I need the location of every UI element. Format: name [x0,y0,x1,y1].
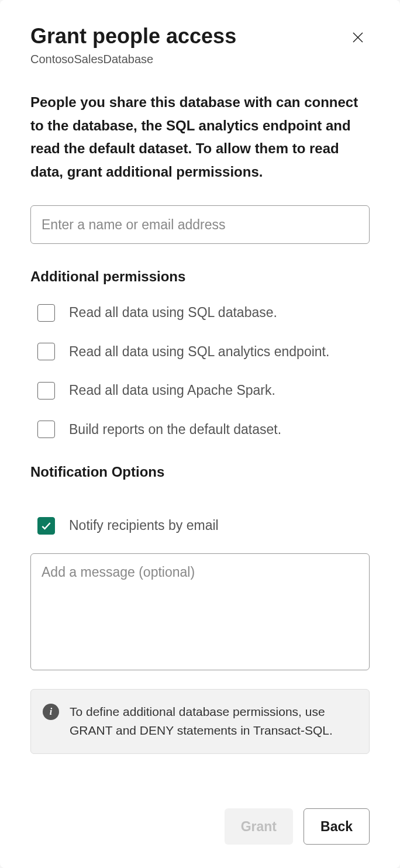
notify-row: Notify recipients by email [30,515,370,536]
close-icon [351,30,365,44]
permission-label: Read all data using SQL analytics endpoi… [69,342,329,362]
permission-checkbox-spark[interactable] [37,382,55,399]
permissions-heading: Additional permissions [30,268,370,285]
notify-label: Notify recipients by email [69,515,219,536]
dialog-description: People you share this database with can … [30,91,370,183]
dialog-header: Grant people access [30,23,370,49]
permission-row: Read all data using Apache Spark. [30,380,370,401]
dialog-title: Grant people access [30,23,236,49]
permission-checkbox-sql-analytics[interactable] [37,343,55,360]
grant-button[interactable]: Grant [225,808,293,845]
notification-heading: Notification Options [30,464,370,480]
grant-access-dialog: Grant people access ContosoSalesDatabase… [0,0,400,868]
dialog-footer: Grant Back [30,808,370,845]
info-banner: i To define additional database permissi… [30,689,370,754]
info-text: To define additional database permission… [70,702,357,740]
info-icon: i [43,704,59,720]
message-textarea[interactable] [30,553,370,670]
permission-row: Build reports on the default dataset. [30,419,370,440]
dialog-subtitle: ContosoSalesDatabase [30,53,370,66]
permission-label: Read all data using SQL database. [69,302,277,323]
back-button[interactable]: Back [304,808,370,845]
permission-row: Read all data using SQL database. [30,302,370,323]
permission-checkbox-sql-db[interactable] [37,304,55,322]
permissions-list: Read all data using SQL database. Read a… [30,302,370,439]
name-email-input[interactable] [30,205,370,244]
permission-label: Build reports on the default dataset. [69,419,281,440]
checkmark-icon [40,520,52,532]
permission-row: Read all data using SQL analytics endpoi… [30,342,370,362]
notify-checkbox[interactable] [37,517,55,535]
permission-checkbox-reports[interactable] [37,421,55,438]
permission-label: Read all data using Apache Spark. [69,380,275,401]
close-button[interactable] [346,26,370,49]
